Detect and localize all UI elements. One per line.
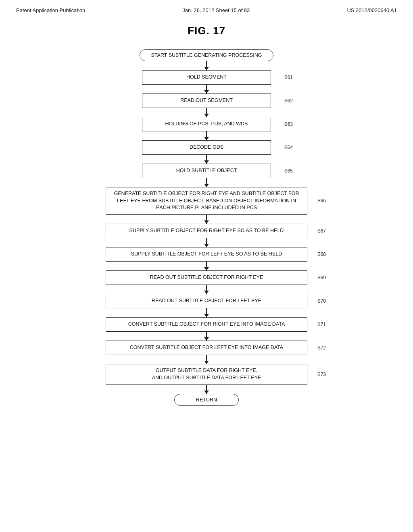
header-right: US 2012/0020640 A1 bbox=[347, 7, 397, 13]
start-box: START SUBTITLE GENERATING PROCESSING bbox=[140, 49, 274, 61]
arrow-2 bbox=[206, 108, 207, 117]
arrow-0 bbox=[206, 61, 207, 70]
step-s69: READ OUT SUBTITLE OBJECT FOR RIGHT EYE bbox=[106, 270, 307, 285]
end-box-wrapper: RETURN bbox=[174, 394, 239, 406]
step-s63-wrapper: HOLDING OF PCS, PDS, AND WDS S63 bbox=[142, 117, 271, 131]
step-s68-wrapper: SUPPLY SUBTITLE OBJECT FOR LEFT EYE SO A… bbox=[106, 247, 307, 262]
step-s62-wrapper: READ OUT SEGMENT S62 bbox=[142, 94, 271, 108]
step-s67-wrapper: SUPPLY SUBTITLE OBJECT FOR RIGHT EYE SO … bbox=[106, 224, 307, 238]
step-s72: CONVERT SUBTITLE OBJECT FOR LEFT EYE INT… bbox=[106, 341, 307, 355]
label-s63: S63 bbox=[284, 121, 293, 127]
arrow-1 bbox=[206, 85, 207, 94]
step-s62: READ OUT SEGMENT bbox=[142, 94, 271, 108]
step-s68: SUPPLY SUBTITLE OBJECT FOR LEFT EYE SO A… bbox=[106, 247, 307, 262]
label-s64: S64 bbox=[284, 145, 293, 150]
arrow-3 bbox=[206, 131, 207, 140]
label-s71: S71 bbox=[317, 322, 326, 327]
flowchart: START SUBTITLE GENERATING PROCESSING HOL… bbox=[0, 49, 413, 430]
arrow-10 bbox=[206, 308, 207, 317]
step-s73-wrapper: OUTPUT SUBTITLE DATA FOR RIGHT EYE, AND … bbox=[106, 364, 307, 385]
step-s66-wrapper: GENERATE SUBTITLE OBJECT FOR RIGHT EYE A… bbox=[106, 187, 307, 215]
label-s65: S65 bbox=[284, 168, 293, 174]
step-s65-wrapper: HOLD SUBTITLE OBJECT S65 bbox=[142, 164, 271, 178]
fig-title: FIG. 17 bbox=[0, 25, 413, 37]
arrow-9 bbox=[206, 285, 207, 294]
arrow-12 bbox=[206, 355, 207, 364]
step-s70: READ OUT SUBTITLE OBJECT FOR LEFT EYE bbox=[106, 294, 307, 308]
end-label: RETURN bbox=[174, 394, 239, 406]
header-center: Jan. 26, 2012 Sheet 15 of 83 bbox=[182, 7, 250, 13]
step-s65: HOLD SUBTITLE OBJECT bbox=[142, 164, 271, 178]
step-s72-wrapper: CONVERT SUBTITLE OBJECT FOR LEFT EYE INT… bbox=[106, 341, 307, 355]
step-s64-wrapper: DECODE ODS S64 bbox=[142, 140, 271, 155]
label-s73: S73 bbox=[317, 372, 326, 377]
label-s72: S72 bbox=[317, 345, 326, 351]
step-s61-wrapper: HOLD SEGMENT S61 bbox=[142, 70, 271, 85]
step-s63: HOLDING OF PCS, PDS, AND WDS bbox=[142, 117, 271, 131]
arrow-5 bbox=[206, 178, 207, 187]
header-left: Patent Application Publication bbox=[16, 7, 85, 13]
step-s64: DECODE ODS bbox=[142, 140, 271, 155]
step-s71-wrapper: CONVERT SUBTITLE OBJECT FOR RIGHT EYE IN… bbox=[106, 317, 307, 332]
arrow-8 bbox=[206, 262, 207, 270]
step-s67: SUPPLY SUBTITLE OBJECT FOR RIGHT EYE SO … bbox=[106, 224, 307, 238]
arrow-13 bbox=[206, 385, 207, 394]
label-s61: S61 bbox=[284, 75, 293, 80]
step-s66: GENERATE SUBTITLE OBJECT FOR RIGHT EYE A… bbox=[106, 187, 307, 215]
label-s70: S70 bbox=[317, 298, 326, 304]
step-s73: OUTPUT SUBTITLE DATA FOR RIGHT EYE, AND … bbox=[106, 364, 307, 385]
arrow-7 bbox=[206, 238, 207, 247]
step-s61: HOLD SEGMENT bbox=[142, 70, 271, 85]
label-s67: S67 bbox=[317, 228, 326, 234]
step-s69-wrapper: READ OUT SUBTITLE OBJECT FOR RIGHT EYE S… bbox=[106, 270, 307, 285]
label-s68: S68 bbox=[317, 251, 326, 257]
arrow-4 bbox=[206, 155, 207, 164]
step-s71: CONVERT SUBTITLE OBJECT FOR RIGHT EYE IN… bbox=[106, 317, 307, 332]
page-header: Patent Application Publication Jan. 26, … bbox=[0, 0, 413, 17]
label-s62: S62 bbox=[284, 98, 293, 104]
start-label: START SUBTITLE GENERATING PROCESSING bbox=[140, 49, 274, 61]
step-s70-wrapper: READ OUT SUBTITLE OBJECT FOR LEFT EYE S7… bbox=[106, 294, 307, 308]
label-s66: S66 bbox=[317, 198, 326, 204]
arrow-11 bbox=[206, 332, 207, 341]
arrow-6 bbox=[206, 215, 207, 224]
label-s69: S69 bbox=[317, 275, 326, 281]
